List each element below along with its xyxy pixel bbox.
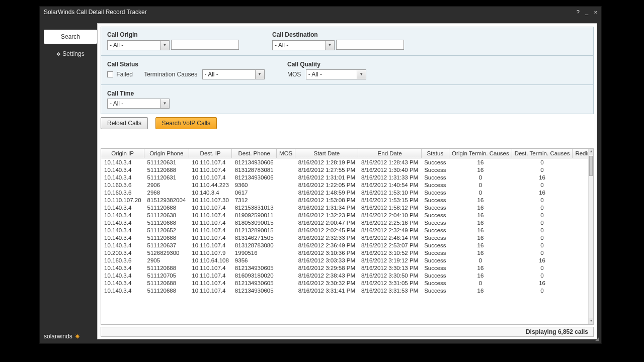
chevron-down-icon: ▼ bbox=[160, 99, 169, 108]
table-row[interactable]: 10.140.3.451112063710.110.107.4813128783… bbox=[101, 241, 594, 249]
minimize-icon[interactable]: _ bbox=[585, 9, 588, 15]
close-icon[interactable]: × bbox=[594, 9, 597, 15]
table-row[interactable]: 10.140.3.451112068810.110.107.4812153831… bbox=[101, 204, 594, 211]
scroll-down-icon[interactable]: ▾ bbox=[589, 318, 593, 324]
scrollbar[interactable]: ▴ ▾ bbox=[588, 149, 593, 324]
table-row[interactable]: 10.160.3.6290510.110.64.10893568/16/2012… bbox=[101, 256, 594, 264]
table-header: Origin IPOrigin PhoneDest. IPDest. Phone… bbox=[101, 149, 594, 158]
table-row[interactable]: 10.140.3.451112063110.110.107.4812134930… bbox=[101, 173, 594, 181]
table-row[interactable]: 10.140.3.451112063810.110.107.4819092590… bbox=[101, 211, 594, 219]
call-origin-input[interactable] bbox=[171, 40, 239, 50]
chevron-down-icon: ▼ bbox=[255, 70, 264, 79]
brand: solarwinds ✷ bbox=[44, 332, 80, 340]
tab-settings[interactable]: ✲Settings bbox=[44, 47, 97, 61]
call-dest-select[interactable]: - All -▼ bbox=[272, 40, 335, 50]
column-header[interactable]: Dest. Phone bbox=[232, 149, 277, 158]
solarwinds-logo-icon: ✷ bbox=[74, 332, 80, 340]
call-origin-select[interactable]: - All -▼ bbox=[107, 40, 170, 50]
filter-panel: Call Origin - All -▼ Call Destination - … bbox=[101, 27, 594, 114]
reload-calls-button[interactable]: Reload Calls bbox=[101, 117, 148, 129]
status-bar: Displaying 6,852 calls bbox=[101, 327, 594, 337]
app-window: SolarWinds Call Detail Record Tracker ? … bbox=[39, 6, 602, 344]
column-header[interactable]: Origin Phone bbox=[144, 149, 189, 158]
call-dest-input[interactable] bbox=[336, 40, 404, 50]
call-origin-label: Call Origin bbox=[107, 31, 258, 38]
table-row[interactable]: 10.140.3.451112068810.110.107.4812134930… bbox=[101, 279, 594, 287]
table-row[interactable]: 10.140.3.451112068810.110.107.4818053090… bbox=[101, 219, 594, 226]
column-header[interactable]: Origin IP bbox=[101, 149, 144, 158]
table-row[interactable]: 10.110.107.2081512938200410.110.107.3073… bbox=[101, 196, 594, 204]
mos-select[interactable]: - All -▼ bbox=[306, 69, 366, 79]
help-icon[interactable]: ? bbox=[577, 9, 580, 15]
gear-icon: ✲ bbox=[56, 47, 60, 61]
chevron-down-icon: ▼ bbox=[160, 41, 169, 50]
call-dest-label: Call Destination bbox=[272, 31, 423, 38]
column-header[interactable]: Start Date bbox=[295, 149, 358, 158]
column-header[interactable]: Status bbox=[421, 149, 449, 158]
chevron-down-icon: ▼ bbox=[357, 70, 366, 79]
window-title: SolarWinds Call Detail Record Tracker bbox=[44, 9, 147, 16]
column-header[interactable]: Origin Termin. Causes bbox=[449, 149, 512, 158]
call-quality-label: Call Quality bbox=[287, 61, 366, 68]
tab-search[interactable]: Search bbox=[44, 30, 97, 44]
table-row[interactable]: 10.140.3.451112063110.110.107.4812134930… bbox=[101, 158, 594, 166]
button-row: Reload Calls Search VoIP Calls bbox=[101, 117, 594, 129]
sidebar: Search ✲Settings bbox=[44, 30, 97, 64]
column-header[interactable]: MOS bbox=[277, 149, 295, 158]
table-row[interactable]: 10.140.3.451112068810.110.107.4812134930… bbox=[101, 264, 594, 272]
table-row[interactable]: 10.160.3.6290610.110.44.22393608/16/2012… bbox=[101, 181, 594, 189]
term-causes-label: Termination Causes bbox=[144, 71, 197, 78]
mos-label: MOS bbox=[287, 71, 301, 78]
results-table: Origin IPOrigin PhoneDest. IPDest. Phone… bbox=[101, 148, 594, 325]
table-row[interactable]: 10.200.3.4512682930010.110.107.919905168… bbox=[101, 249, 594, 256]
table-row[interactable]: 10.160.3.6296810.140.3.406178/16/2012 1:… bbox=[101, 189, 594, 196]
column-header[interactable]: Dest. Termin. Causes bbox=[512, 149, 573, 158]
search-voip-calls-button[interactable]: Search VoIP Calls bbox=[155, 117, 217, 129]
chevron-down-icon: ▼ bbox=[325, 41, 334, 50]
resize-grip-icon[interactable]: ◢ bbox=[595, 336, 599, 341]
table-row[interactable]: 10.140.3.451112065210.110.107.4812132890… bbox=[101, 226, 594, 234]
scroll-thumb[interactable] bbox=[589, 156, 593, 176]
call-time-label: Call Time bbox=[107, 90, 170, 97]
table-row[interactable]: 10.140.3.451112068810.110.107.4813146271… bbox=[101, 234, 594, 241]
table-row[interactable]: 10.140.3.451112068810.110.107.4812134930… bbox=[101, 287, 594, 294]
call-status-label: Call Status bbox=[107, 61, 273, 68]
column-header[interactable]: End Date bbox=[358, 149, 421, 158]
titlebar: SolarWinds Call Detail Record Tracker ? … bbox=[40, 7, 601, 18]
call-time-select[interactable]: - All -▼ bbox=[107, 99, 170, 109]
table-row[interactable]: 10.140.3.451112068810.110.107.4813128783… bbox=[101, 166, 594, 173]
scroll-up-icon[interactable]: ▴ bbox=[589, 149, 593, 155]
failed-label: Failed bbox=[116, 71, 133, 78]
main-panel: Call Origin - All -▼ Call Destination - … bbox=[97, 23, 597, 339]
table-row[interactable]: 10.140.3.451112070510.110.107.4816093180… bbox=[101, 272, 594, 279]
failed-checkbox[interactable] bbox=[107, 71, 113, 77]
term-causes-select[interactable]: - All -▼ bbox=[202, 69, 265, 79]
column-header[interactable]: Dest. IP bbox=[189, 149, 232, 158]
